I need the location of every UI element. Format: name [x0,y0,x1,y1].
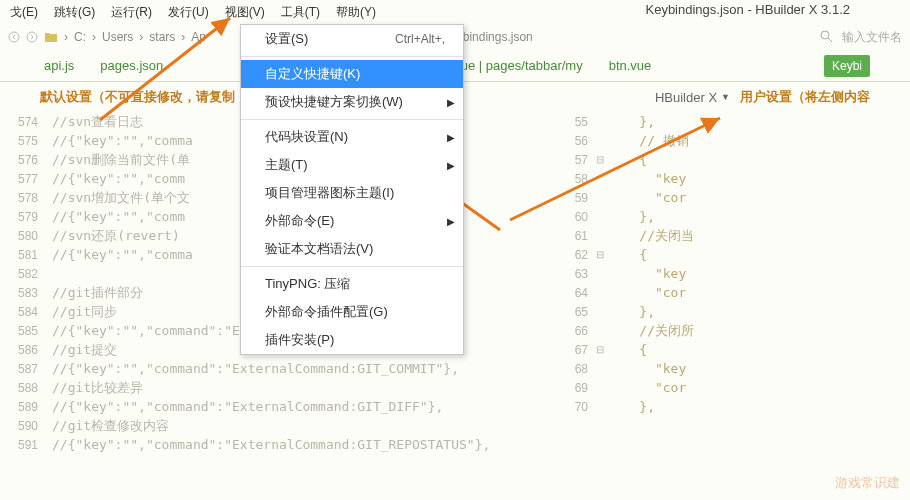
code-line[interactable]: 66 //关闭所 [560,321,910,340]
folder-icon [44,31,58,43]
code-line[interactable]: 64 "cor [560,283,910,302]
code-line[interactable]: 55 }, [560,112,910,131]
code-line[interactable]: 57⊟ { [560,150,910,169]
dd-settings[interactable]: 设置(S)Ctrl+Alt+, [241,25,463,53]
menu-run[interactable]: 运行(R) [103,1,160,24]
tab-api[interactable]: api.js [40,52,78,79]
tab-pages[interactable]: pages.json [96,52,167,79]
search-input[interactable]: 输入文件名 [842,29,902,46]
dd-tinypng[interactable]: TinyPNG: 压缩 [241,270,463,298]
code-line[interactable]: 65 }, [560,302,910,321]
forward-icon[interactable] [26,31,38,43]
window-title: Keybindings.json - HBuilder X 3.1.2 [645,2,850,17]
code-line[interactable]: 588//git比较差异 [0,378,560,397]
dd-validate[interactable]: 验证本文档语法(V) [241,235,463,263]
menu-publish[interactable]: 发行(U) [160,1,217,24]
menu-goto[interactable]: 跳转(G) [46,1,103,24]
user-settings-header: 用户设置（将左侧内容 [740,88,870,106]
code-line[interactable]: 63 "key [560,264,910,283]
default-settings-header: 默认设置（不可直接修改，请复制 [40,88,235,106]
code-line[interactable]: 591//{"key":"","command":"ExternalComman… [0,435,560,454]
dd-preset-keys[interactable]: 预设快捷键方案切换(W)▶ [241,88,463,116]
code-line[interactable]: 587//{"key":"","command":"ExternalComman… [0,359,560,378]
crumb-c[interactable]: C: [74,30,86,44]
crumb-users[interactable]: Users [102,30,133,44]
dd-separator [241,266,463,267]
dd-theme[interactable]: 主题(T)▶ [241,151,463,179]
code-line[interactable]: 62⊟ { [560,245,910,264]
code-line[interactable]: 589//{"key":"","command":"ExternalComman… [0,397,560,416]
code-line[interactable]: 56 // 撤销 [560,131,910,150]
tools-dropdown: 设置(S)Ctrl+Alt+, 自定义快捷键(K) 预设快捷键方案切换(W)▶ … [240,24,464,355]
tab-keybindings[interactable]: Keybi [824,55,870,77]
code-line[interactable]: 70 }, [560,397,910,416]
menu-view[interactable]: 视图(V) [217,1,273,24]
code-line[interactable]: 69 "cor [560,378,910,397]
svg-point-2 [821,31,829,39]
svg-point-0 [9,32,19,42]
watermark: 游戏常识建 [835,474,900,492]
code-line[interactable]: 59 "cor [560,188,910,207]
dd-icon-theme[interactable]: 项目管理器图标主题(I) [241,179,463,207]
dd-ext-config[interactable]: 外部命令插件配置(G) [241,298,463,326]
dd-separator [241,119,463,120]
code-line[interactable]: 60 }, [560,207,910,226]
crumb-ap[interactable]: Ap [191,30,206,44]
code-line[interactable]: 68 "key [560,359,910,378]
code-line[interactable]: 61 //关闭当 [560,226,910,245]
svg-point-1 [27,32,37,42]
menu-edit[interactable]: 戈(E) [2,1,46,24]
back-icon[interactable] [8,31,20,43]
crumb-stars[interactable]: stars [149,30,175,44]
code-line[interactable]: 58 "key [560,169,910,188]
dd-plugins[interactable]: 插件安装(P) [241,326,463,354]
right-editor[interactable]: 55 },56 // 撤销 57⊟ {58 "key59 "cor60 },61… [560,112,910,454]
find-icon[interactable] [820,30,834,44]
breadcrumb: ›C: ›Users ›stars ›Ap [44,30,206,44]
dd-snippets[interactable]: 代码块设置(N)▶ [241,123,463,151]
code-line[interactable]: 67⊟ { [560,340,910,359]
tab-btn[interactable]: btn.vue [605,52,656,79]
code-line[interactable]: 590//git检查修改内容 [0,416,560,435]
dd-separator [241,56,463,57]
hbuilder-select[interactable]: HBuilder X ▼ [655,90,730,105]
dd-external[interactable]: 外部命令(E)▶ [241,207,463,235]
dd-custom-keys[interactable]: 自定义快捷键(K) [241,60,463,88]
menu-tools[interactable]: 工具(T) [273,1,328,24]
menu-help[interactable]: 帮助(Y) [328,1,384,24]
